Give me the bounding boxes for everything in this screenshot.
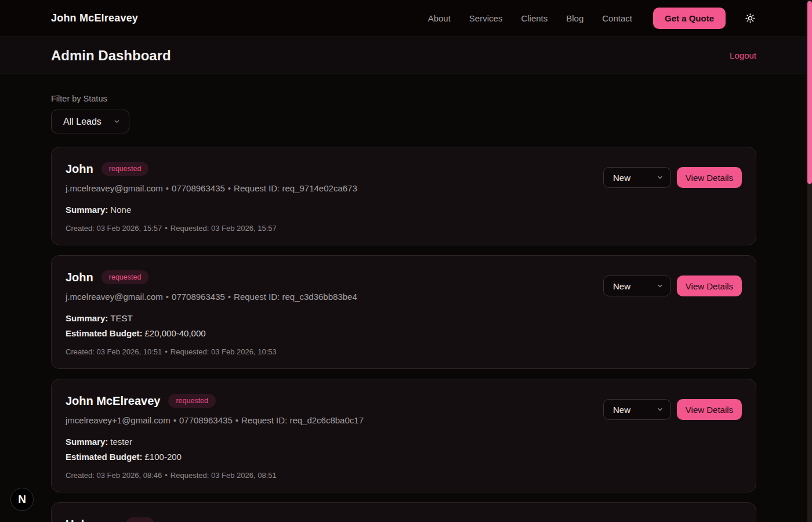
nav-links: About Services Clients Blog Contact Get …: [428, 8, 756, 29]
lead-name: John: [66, 271, 93, 284]
admin-header-bar: Admin Dashboard Logout: [0, 37, 812, 74]
lead-name: John: [66, 162, 93, 176]
lead-card: John requested j.mcelreavey@gmail.com•07…: [51, 147, 756, 245]
chevron-down-icon: [657, 406, 664, 413]
status-filter-value: All Leads: [63, 117, 102, 127]
separator-dot: •: [228, 292, 231, 302]
lead-card-controls: New View Details: [603, 399, 742, 420]
theme-toggle-button[interactable]: [744, 12, 756, 24]
view-details-button[interactable]: View Details: [677, 167, 742, 188]
filter-by-status-label: Filter by Status: [51, 94, 756, 103]
top-navbar: John McElreavey About Services Clients B…: [0, 0, 812, 37]
lead-phone: 07708963435: [172, 292, 225, 302]
lead-card: John McElreavey requested jmcelreavey+1@…: [51, 379, 756, 492]
status-badge: new: [126, 517, 154, 522]
get-a-quote-button[interactable]: Get a Quote: [653, 8, 726, 29]
budget-value: £20,000-40,000: [145, 328, 206, 338]
nav-link-contact[interactable]: Contact: [602, 13, 632, 23]
nav-link-services[interactable]: Services: [469, 13, 503, 23]
stage-select[interactable]: New: [603, 276, 671, 296]
summary-label: Summary:: [66, 437, 108, 447]
view-details-button[interactable]: View Details: [677, 276, 742, 296]
stage-value: New: [613, 405, 630, 415]
lead-dates: Created: 03 Feb 2026, 08:46•Requested: 0…: [66, 471, 742, 480]
lead-email: j.mcelreavey@gmail.com: [66, 292, 163, 302]
created-value: 03 Feb 2026, 10:51: [97, 347, 162, 356]
separator-dot: •: [165, 471, 168, 480]
lead-summary: Summary:None: [66, 205, 742, 215]
summary-value: tester: [110, 437, 132, 447]
chevron-down-icon: [657, 174, 664, 181]
summary-label: Summary:: [66, 313, 108, 323]
lead-phone: 07708963435: [179, 415, 233, 425]
scrollbar-track[interactable]: [807, 0, 812, 522]
request-id-label: Request ID:: [241, 415, 287, 425]
separator-dot: •: [165, 347, 168, 356]
separator-dot: •: [173, 415, 176, 425]
created-label: Created:: [66, 224, 95, 233]
chevron-down-icon: [657, 282, 664, 289]
lead-list: John requested j.mcelreavey@gmail.com•07…: [51, 147, 756, 522]
budget-label: Estimated Budget:: [66, 328, 143, 338]
lead-dates: Created: 03 Feb 2026, 10:51•Requested: 0…: [66, 347, 742, 356]
lead-card-controls: New View Details: [603, 276, 742, 296]
view-details-button[interactable]: View Details: [677, 399, 742, 420]
requested-value: 03 Feb 2026, 08:51: [211, 471, 277, 480]
summary-value: None: [110, 205, 131, 215]
n-logo-icon: N: [18, 493, 26, 506]
lead-summary: Summary:tester: [66, 437, 742, 447]
request-id-label: Request ID:: [234, 183, 280, 193]
lead-card: Unknown new: [51, 502, 756, 522]
budget-value: £100-200: [145, 452, 182, 462]
stage-select[interactable]: New: [603, 167, 671, 188]
separator-dot: •: [166, 292, 169, 302]
chevron-down-icon: [113, 118, 121, 125]
request-id-value: req_9714e02ca673: [282, 183, 357, 193]
requested-label: Requested:: [171, 224, 209, 233]
lead-email: jmcelreavey+1@gmail.com: [66, 415, 171, 425]
created-value: 03 Feb 2026, 08:46: [97, 471, 162, 480]
separator-dot: •: [235, 415, 238, 425]
status-filter-select[interactable]: All Leads: [51, 110, 129, 133]
stage-value: New: [613, 281, 630, 291]
lead-email: j.mcelreavey@gmail.com: [66, 183, 163, 193]
created-value: 03 Feb 2026, 15:57: [97, 224, 162, 233]
lead-budget: Estimated Budget:£20,000-40,000: [66, 328, 742, 338]
nav-link-blog[interactable]: Blog: [566, 13, 583, 23]
request-id-label: Request ID:: [234, 292, 280, 302]
requested-label: Requested:: [171, 471, 209, 480]
lead-name: John McElreavey: [66, 394, 160, 408]
status-badge: requested: [168, 394, 216, 408]
summary-label: Summary:: [66, 205, 108, 215]
budget-label: Estimated Budget:: [66, 452, 143, 462]
separator-dot: •: [165, 224, 168, 233]
requested-value: 03 Feb 2026, 15:57: [211, 224, 277, 233]
stage-select[interactable]: New: [603, 399, 671, 420]
lead-dates: Created: 03 Feb 2026, 15:57•Requested: 0…: [66, 224, 742, 233]
lead-name: Unknown: [66, 518, 118, 522]
lead-summary: Summary:TEST: [66, 313, 742, 323]
requested-label: Requested:: [171, 347, 209, 356]
requested-value: 03 Feb 2026, 10:53: [211, 347, 277, 356]
scrollbar-thumb[interactable]: [807, 1, 812, 184]
lead-card: John requested j.mcelreavey@gmail.com•07…: [51, 255, 756, 369]
created-label: Created:: [66, 471, 95, 480]
summary-value: TEST: [110, 313, 132, 323]
nav-link-about[interactable]: About: [428, 13, 451, 23]
leads-main: Filter by Status All Leads John requeste…: [0, 74, 812, 522]
lead-phone: 07708963435: [172, 183, 225, 193]
stage-value: New: [613, 173, 630, 183]
lead-budget: Estimated Budget:£100-200: [66, 452, 742, 462]
separator-dot: •: [166, 183, 169, 193]
status-badge: requested: [102, 270, 149, 284]
page-title: Admin Dashboard: [51, 48, 171, 64]
sun-icon: [745, 13, 755, 23]
request-id-value: req_c3d36bb83be4: [282, 292, 357, 302]
lead-card-controls: New View Details: [603, 167, 742, 188]
nav-link-clients[interactable]: Clients: [521, 13, 548, 23]
created-label: Created:: [66, 347, 95, 356]
status-badge: requested: [102, 162, 149, 176]
dev-tools-badge[interactable]: N: [10, 488, 34, 511]
brand-logo[interactable]: John McElreavey: [51, 12, 138, 24]
logout-link[interactable]: Logout: [730, 50, 756, 60]
